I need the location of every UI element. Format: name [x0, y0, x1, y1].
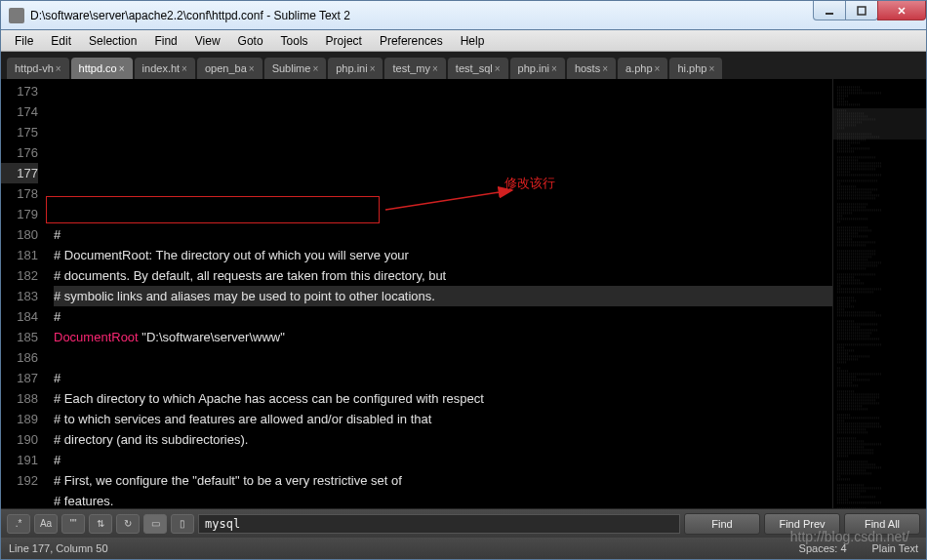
tab-label: test_sql [456, 62, 493, 74]
tab-label: php.ini [336, 62, 367, 74]
tab-5[interactable]: php.ini× [328, 58, 383, 79]
line-number: 188 [1, 388, 38, 409]
line-number: 180 [1, 224, 38, 245]
tab-close-icon[interactable]: × [117, 61, 129, 76]
window-title: D:\software\server\apache2.2\conf\httpd.… [30, 9, 814, 22]
tab-1[interactable]: httpd.co× [71, 58, 133, 79]
app-window: D:\software\server\apache2.2\conf\httpd.… [0, 0, 927, 560]
tab-9[interactable]: hosts× [567, 58, 616, 79]
tab-close-icon[interactable]: × [54, 61, 65, 76]
find-input[interactable] [198, 514, 680, 534]
tab-3[interactable]: open_ba× [197, 58, 262, 79]
tab-8[interactable]: php.ini× [510, 58, 565, 79]
tab-label: hi.php [677, 62, 706, 74]
tab-label: httpd.co [79, 62, 117, 74]
tab-7[interactable]: test_sql× [448, 58, 508, 79]
find-button[interactable]: Find [684, 513, 760, 535]
tab-2[interactable]: index.ht× [135, 58, 195, 79]
code-line[interactable]: # symbolic links and aliases may be used… [54, 286, 832, 306]
app-icon [9, 8, 24, 23]
maximize-button[interactable] [845, 1, 878, 20]
line-number: 192 [1, 470, 38, 491]
tab-6[interactable]: test_my× [384, 58, 445, 79]
code-line[interactable]: # [54, 368, 832, 388]
find-bar: .* Aa "" ⇅ ↻ ▭ ▯ Find Find Prev Find All [1, 508, 926, 538]
code-line[interactable] [54, 204, 832, 224]
regex-toggle-icon[interactable]: .* [7, 514, 30, 534]
code-line[interactable]: # to which services and features are all… [54, 409, 832, 429]
in-selection-toggle-icon[interactable]: ▭ [143, 514, 167, 534]
line-number: 186 [1, 347, 38, 368]
titlebar[interactable]: D:\software\server\apache2.2\conf\httpd.… [1, 1, 926, 30]
line-number: 173 [1, 81, 38, 101]
case-toggle-icon[interactable]: Aa [34, 514, 58, 534]
svg-rect-1 [858, 7, 866, 15]
line-number: 176 [1, 142, 38, 163]
reverse-toggle-icon[interactable]: ⇅ [89, 514, 112, 534]
menu-view[interactable]: View [187, 32, 228, 50]
tab-label: php.ini [518, 62, 549, 74]
minimize-button[interactable] [813, 1, 846, 20]
tab-close-icon[interactable]: × [653, 61, 665, 76]
tab-11[interactable]: hi.php× [669, 58, 722, 79]
menu-help[interactable]: Help [453, 32, 493, 50]
editor[interactable]: 1731741751761771781791801811821831841851… [1, 79, 926, 508]
line-number: 179 [1, 204, 38, 224]
code-line[interactable]: # DocumentRoot: The directory out of whi… [54, 245, 832, 265]
menu-file[interactable]: File [7, 32, 41, 50]
tab-close-icon[interactable]: × [430, 61, 442, 76]
tab-label: httpd-vh [15, 62, 54, 74]
code-line[interactable]: # First, we configure the "default" to b… [54, 470, 832, 491]
code-line[interactable]: # [54, 450, 832, 470]
tab-bar: httpd-vh×httpd.co×index.ht×open_ba×Subli… [1, 52, 926, 79]
line-number: 185 [1, 327, 38, 347]
menu-goto[interactable]: Goto [230, 32, 271, 50]
status-bar: Line 177, Column 50 Spaces: 4 Plain Text [1, 538, 926, 559]
tab-close-icon[interactable]: × [368, 61, 380, 76]
line-number: 189 [1, 409, 38, 429]
tab-close-icon[interactable]: × [493, 61, 504, 76]
tab-close-icon[interactable]: × [310, 61, 322, 76]
tab-close-icon[interactable]: × [180, 61, 191, 76]
tab-close-icon[interactable]: × [600, 61, 612, 76]
syntax-indicator[interactable]: Plain Text [872, 542, 919, 554]
minimap[interactable]: ▏▏▏▏▏▏▏▏▏▏▏▏ ▏▏▏▏▏▏▏▏▏▏▏▏▏ ▏▏▏▏▏▏▏▏▏▏▏▏▏… [832, 79, 926, 508]
code-line[interactable]: # features. [54, 491, 832, 508]
line-number: 181 [1, 245, 38, 265]
line-number: 175 [1, 122, 38, 142]
tab-10[interactable]: a.php× [618, 58, 667, 79]
indent-indicator[interactable]: Spaces: 4 [799, 542, 847, 554]
tab-close-icon[interactable]: × [706, 61, 718, 76]
close-button[interactable] [877, 1, 926, 20]
whole-word-toggle-icon[interactable]: "" [61, 514, 85, 534]
line-number: 191 [1, 450, 38, 470]
highlight-toggle-icon[interactable]: ▯ [171, 514, 194, 534]
menu-preferences[interactable]: Preferences [372, 32, 451, 50]
menu-selection[interactable]: Selection [81, 32, 144, 50]
code-line[interactable]: # directory (and its subdirectories). [54, 429, 832, 450]
code-line[interactable]: # [54, 224, 832, 245]
find-prev-button[interactable]: Find Prev [764, 513, 840, 535]
tab-close-icon[interactable]: × [247, 61, 259, 76]
line-number: 183 [1, 286, 38, 306]
line-number: 187 [1, 368, 38, 388]
menu-tools[interactable]: Tools [273, 32, 316, 50]
line-number: 174 [1, 101, 38, 122]
code-line[interactable]: # [54, 306, 832, 327]
code-line[interactable]: # Each directory to which Apache has acc… [54, 388, 832, 409]
find-all-button[interactable]: Find All [844, 513, 920, 535]
code-line[interactable]: DocumentRoot "D:\software\server\www" [54, 327, 832, 347]
line-gutter: 1731741751761771781791801811821831841851… [1, 79, 46, 508]
tab-close-icon[interactable]: × [549, 61, 561, 76]
tab-0[interactable]: httpd-vh× [7, 58, 69, 79]
code-line[interactable]: # documents. By default, all requests ar… [54, 265, 832, 286]
menubar: FileEditSelectionFindViewGotoToolsProjec… [1, 30, 926, 52]
code-line[interactable] [54, 347, 832, 368]
menu-find[interactable]: Find [146, 32, 184, 50]
menu-edit[interactable]: Edit [43, 32, 79, 50]
code-area[interactable]: 修改该行 ## DocumentRoot: The directory out … [46, 79, 832, 508]
tab-label: index.ht [142, 62, 181, 74]
menu-project[interactable]: Project [318, 32, 370, 50]
wrap-toggle-icon[interactable]: ↻ [116, 514, 140, 534]
tab-4[interactable]: Sublime× [264, 58, 327, 79]
